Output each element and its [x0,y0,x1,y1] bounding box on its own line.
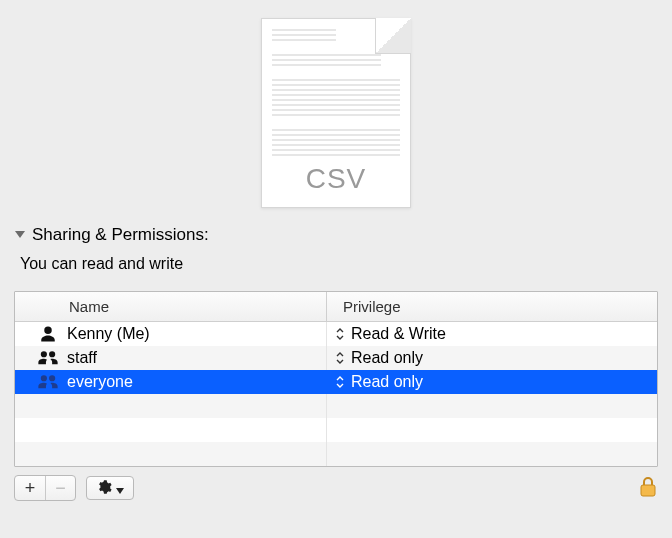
doc-lines [272,29,400,167]
table-row[interactable]: staffRead only [15,346,657,370]
add-remove-segment: + − [14,475,76,501]
user-icon [37,324,59,344]
privilege-cell[interactable]: Read only [327,370,657,394]
privilege-cell[interactable]: Read only [327,346,657,370]
file-extension-label: CSV [262,163,410,195]
svg-marker-1 [116,488,124,494]
section-status: You can read and write [20,255,658,273]
file-icon: CSV [261,18,411,208]
column-header-privilege[interactable]: Privilege [327,292,657,321]
privilege-cell[interactable]: Read & Write [327,322,657,346]
table-row [15,394,657,418]
remove-button[interactable]: − [45,476,75,500]
gear-icon [96,479,112,498]
row-privilege: Read only [351,349,423,367]
action-menu-button[interactable] [86,476,134,500]
file-preview-area: CSV [0,0,672,225]
permissions-table: Name Privilege Kenny (Me)Read & Writesta… [14,291,658,467]
row-privilege: Read & Write [351,325,446,343]
lock-icon[interactable] [638,476,658,501]
table-row [15,418,657,442]
row-privilege: Read only [351,373,423,391]
group-icon [37,348,59,368]
disclosure-triangle[interactable] [14,229,26,241]
group-icon [37,372,59,392]
table-row[interactable]: everyoneRead only [15,370,657,394]
table-row[interactable]: Kenny (Me)Read & Write [15,322,657,346]
table-row [15,442,657,466]
section-title: Sharing & Permissions: [32,225,209,245]
svg-rect-2 [641,485,655,496]
add-button[interactable]: + [15,476,45,500]
svg-marker-0 [15,231,25,238]
chevron-down-icon [116,480,124,497]
row-name: Kenny (Me) [67,325,150,343]
row-name: everyone [67,373,133,391]
column-header-name[interactable]: Name [15,292,327,321]
row-name: staff [67,349,97,367]
